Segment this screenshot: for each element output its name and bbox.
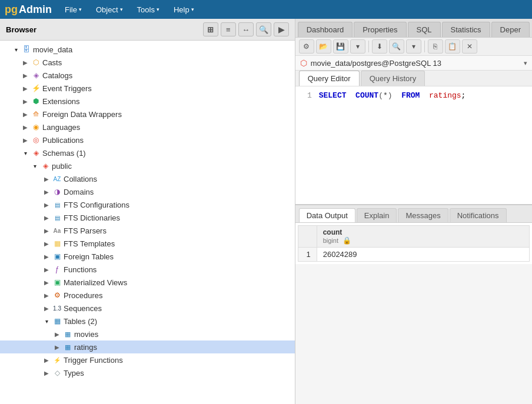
menu-help[interactable]: Help ▾ — [168, 3, 200, 16]
db-path-icon: ⬡ — [300, 58, 307, 68]
tree-item-fts-configs[interactable]: ▶ ▤ FTS Configurations — [0, 198, 295, 211]
tree-item-domains[interactable]: ▶ ◑ Domains — [0, 185, 295, 198]
tree-item-fts-dicts[interactable]: ▶ ▤ FTS Dictionaries — [0, 211, 295, 224]
tab-notifications[interactable]: Notifications — [450, 208, 507, 222]
language-icon: ◉ — [31, 122, 41, 132]
tree-item-movie_data[interactable]: ▾ 🗄 movie_data — [0, 43, 295, 56]
expand-arrow-public[interactable]: ▾ — [31, 162, 39, 170]
expand-arrow-fts-configs[interactable]: ▶ — [42, 201, 51, 209]
tree-item-movies[interactable]: ▶ ▦ movies — [0, 328, 295, 340]
expand-arrow-tables[interactable]: ▾ — [42, 317, 51, 325]
expand-arrow-procedures[interactable]: ▶ — [42, 291, 51, 299]
properties-btn[interactable]: ⊞ — [203, 22, 218, 36]
tab-explain[interactable]: Explain — [357, 208, 397, 222]
terminal-btn[interactable]: ▶ — [274, 22, 289, 36]
expand-arrow-mat-views[interactable]: ▶ — [42, 278, 51, 286]
dependencies-btn[interactable]: ↔ — [238, 22, 254, 36]
tree-item-sequences[interactable]: ▶ 1.3 Sequences — [0, 302, 295, 315]
expand-arrow-fts-parsers[interactable]: ▶ — [42, 226, 51, 235]
toolbar-sep1 — [368, 41, 369, 52]
statistics-btn[interactable]: ≡ — [221, 22, 236, 36]
tab-query-history[interactable]: Query History — [361, 71, 425, 86]
tree-item-publications[interactable]: ▶ ◎ Publications — [0, 133, 295, 146]
tab-messages[interactable]: Messages — [398, 208, 448, 222]
function-icon: ƒ — [52, 265, 62, 274]
toolbar-save-btn[interactable]: 💾 — [333, 39, 348, 54]
semicolon: ; — [461, 91, 466, 100]
db-path-bar: ⬡ movie_data/postgres@PostgreSQL 13 ▾ — [295, 56, 532, 71]
tab-dependencies[interactable]: Deper — [491, 22, 530, 37]
tree-item-languages[interactable]: ▶ ◉ Languages — [0, 121, 295, 133]
expand-arrow-collations[interactable]: ▶ — [42, 175, 51, 183]
lock-icon: 🔒 — [343, 236, 351, 245]
tree-item-tables[interactable]: ▾ ▦ Tables (2) — [0, 315, 295, 328]
query-editor-area[interactable]: 1 SELECT COUNT(*) FROM ratings; — [295, 86, 532, 204]
tab-query-editor[interactable]: Query Editor — [299, 71, 360, 86]
tree-container[interactable]: ▾ 🗄 movie_data ▶ ⬡ Casts ▶ ◈ Catalogs ▶ … — [0, 41, 295, 404]
toolbar-query-btn[interactable]: ⚙ — [299, 39, 314, 54]
col-type-count: bigint — [323, 237, 338, 244]
tree-item-fts-parsers[interactable]: ▶ Aa FTS Parsers — [0, 224, 295, 237]
expand-arrow-event-triggers[interactable]: ▶ — [21, 84, 29, 92]
tab-data-output[interactable]: Data Output — [299, 208, 355, 222]
tree-item-fts-templates[interactable]: ▶ ▦ FTS Templates — [0, 237, 295, 250]
tab-dashboard[interactable]: Dashboard — [298, 22, 353, 37]
expand-arrow-schemas[interactable]: ▾ — [21, 149, 29, 157]
expand-arrow-movie_data[interactable]: ▾ — [12, 45, 20, 54]
tree-item-foreign-tables[interactable]: ▶ ▣ Foreign Tables — [0, 250, 295, 263]
expand-arrow-ratings[interactable]: ▶ — [53, 343, 61, 351]
expand-arrow-domains[interactable]: ▶ — [42, 188, 51, 196]
tree-item-mat-views[interactable]: ▶ ▣ Materialized Views — [0, 276, 295, 289]
toolbar-download-btn[interactable]: ⬇ — [372, 39, 387, 54]
menu-tools[interactable]: Tools ▾ — [131, 3, 165, 16]
tab-statistics[interactable]: Statistics — [442, 22, 490, 37]
tab-sql[interactable]: SQL — [408, 22, 441, 37]
keyword-count: COUNT — [355, 91, 378, 100]
toolbar-clear-btn[interactable]: ✕ — [462, 39, 477, 54]
menu-file[interactable]: File ▾ — [59, 3, 88, 16]
toolbar-paste-btn[interactable]: 📋 — [445, 39, 460, 54]
tree-item-extensions[interactable]: ▶ ⬢ Extensions — [0, 95, 295, 108]
toolbar-open-btn[interactable]: 📂 — [316, 39, 331, 54]
tab-properties[interactable]: Properties — [354, 22, 406, 37]
expand-arrow-functions[interactable]: ▶ — [42, 265, 51, 273]
expand-arrow-languages[interactable]: ▶ — [21, 123, 29, 131]
expand-arrow-catalogs[interactable]: ▶ — [21, 71, 29, 79]
toolbar-search-btn[interactable]: 🔍 — [389, 39, 404, 54]
type-icon: ◇ — [52, 368, 62, 378]
tree-item-trigger-functions[interactable]: ▶ ⚡ Trigger Functions — [0, 353, 295, 366]
expand-arrow-movies[interactable]: ▶ — [53, 330, 61, 338]
tree-item-fdw[interactable]: ▶ ⟰ Foreign Data Wrappers — [0, 108, 295, 121]
db-path-dropdown-icon[interactable]: ▾ — [524, 59, 527, 67]
catalog-icon: ◈ — [31, 71, 41, 80]
tree-item-types[interactable]: ▶ ◇ Types — [0, 366, 295, 379]
toolbar-save-dropdown-btn[interactable]: ▾ — [350, 39, 365, 54]
search-btn[interactable]: 🔍 — [256, 22, 271, 36]
tree-item-public[interactable]: ▾ ◈ public — [0, 159, 295, 172]
right-panel: Dashboard Properties SQL Statistics Depe… — [295, 19, 532, 404]
procedure-icon: ⚙ — [52, 291, 62, 300]
toolbar-search-dropdown-btn[interactable]: ▾ — [406, 39, 421, 54]
tree-item-functions[interactable]: ▶ ƒ Functions — [0, 263, 295, 276]
expand-arrow-trigger-functions[interactable]: ▶ — [42, 356, 51, 364]
tree-item-procedures[interactable]: ▶ ⚙ Procedures — [0, 289, 295, 302]
collation-icon: AZ — [52, 174, 62, 183]
expand-arrow-fts-dicts[interactable]: ▶ — [42, 213, 51, 222]
tree-label-trigger-functions: Trigger Functions — [64, 356, 123, 365]
expand-arrow-extensions[interactable]: ▶ — [21, 97, 29, 105]
tree-item-ratings[interactable]: ▶ ▦ ratings — [0, 340, 295, 353]
tree-item-schemas[interactable]: ▾ ◈ Schemas (1) — [0, 146, 295, 159]
expand-arrow-casts[interactable]: ▶ — [21, 58, 29, 66]
expand-arrow-types[interactable]: ▶ — [42, 369, 51, 377]
tree-item-collations[interactable]: ▶ AZ Collations — [0, 172, 295, 185]
tree-item-catalogs[interactable]: ▶ ◈ Catalogs — [0, 69, 295, 82]
expand-arrow-fdw[interactable]: ▶ — [21, 110, 29, 118]
expand-arrow-publications[interactable]: ▶ — [21, 136, 29, 144]
expand-arrow-fts-templates[interactable]: ▶ — [42, 239, 51, 248]
expand-arrow-sequences[interactable]: ▶ — [42, 304, 51, 312]
expand-arrow-foreign-tables[interactable]: ▶ — [42, 252, 51, 261]
toolbar-copy-btn[interactable]: ⎘ — [428, 39, 443, 54]
menu-object[interactable]: Object ▾ — [90, 3, 129, 16]
tree-item-event-triggers[interactable]: ▶ ⚡ Event Triggers — [0, 82, 295, 95]
tree-item-casts[interactable]: ▶ ⬡ Casts — [0, 56, 295, 69]
